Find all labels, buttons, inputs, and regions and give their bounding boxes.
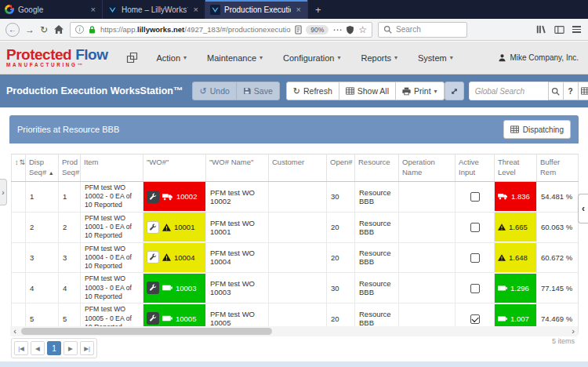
forward-button[interactable]: → [25,25,34,35]
wrench-button[interactable] [147,251,159,263]
active-input-checkbox[interactable] [470,314,480,324]
table-row[interactable]: 2 2 PFM test WO 10001 - 0 EA of 10 Repor… [12,212,579,242]
wrench-button[interactable] [147,312,159,325]
header-disp-seq[interactable]: Disp Seq# ▲ [26,154,59,182]
google-favicon [5,5,14,14]
wo-number: 10003 [176,284,196,293]
app-menu-bar: ProtectedFlow MANUFACTURING™ Action▾ Mai… [0,42,588,74]
person-icon [498,53,506,62]
active-input-checkbox[interactable] [470,284,480,293]
header-prod-seq[interactable]: Prod Seq# [59,154,81,182]
horizontal-scrollbar[interactable]: ‹ › [10,326,578,336]
scroll-right-icon[interactable]: › [568,326,578,336]
wrench-button[interactable] [147,191,159,203]
header-buffer-rem[interactable]: Buffer Rem [537,154,579,182]
close-icon[interactable]: × [192,5,200,14]
dispatching-button[interactable]: Dispatching [503,120,571,139]
pager-page-1-button[interactable]: 1 [47,341,61,355]
tab-production-execution[interactable]: Production Execution – LillyWo × [205,0,308,19]
new-tab-button[interactable]: + [308,0,328,19]
address-bar[interactable]: i https://app.lillyworks.net/4927_183/#/… [70,22,372,38]
open-cell: 20 [327,212,355,242]
active-input-cell [456,181,495,212]
help-button[interactable]: ? [563,82,579,100]
active-input-checkbox[interactable] [470,223,480,232]
pager-first-button[interactable]: |◀ [14,341,28,355]
info-icon[interactable]: i [75,25,84,34]
grid-view-button[interactable] [578,82,588,100]
menu-configuration[interactable]: Configuration▾ [273,42,350,74]
header-operation-name[interactable]: Operation Name [399,154,456,182]
sidebar-icon[interactable] [554,25,564,35]
header-active-input[interactable]: Active Input [456,154,495,182]
bottom-strip [0,362,588,367]
header-customer[interactable]: Customer [269,154,327,182]
scroll-left-icon[interactable]: ‹ [10,326,20,336]
active-input-checkbox[interactable] [470,253,480,263]
pager-last-button[interactable]: ▶| [80,341,94,355]
column-grip-icon[interactable]: ⇅ [20,158,27,166]
active-input-checkbox[interactable] [470,192,480,202]
browser-search-box[interactable]: Search [378,22,467,38]
buffer-rem-cell: 60.063 % [537,212,579,242]
caret-down-icon: ▾ [450,54,453,61]
wrench-button[interactable] [147,282,159,294]
header-item[interactable]: Item [81,154,143,182]
threat-level-cell: 1.296 [495,273,537,303]
user-menu[interactable]: Mike Company, Inc. [498,53,582,62]
global-search-button[interactable] [548,82,564,100]
page-actions-icon[interactable]: ⋯ [332,25,342,35]
wo-cell: 10001 [143,212,206,242]
global-search-input[interactable] [469,82,549,100]
menu-system[interactable]: System▾ [408,42,463,74]
table-row[interactable]: 1 1 PFM test WO 10002 - 0 EA of 10 Repor… [12,181,579,212]
header-wo[interactable]: "WO#" [143,154,206,182]
header-open[interactable]: Open# [327,154,355,182]
threat-level-cell: 1.648 [495,242,537,273]
header-threat-level[interactable]: Threat Level [495,154,537,182]
undo-icon: ↺ [199,87,206,96]
left-panel-expander[interactable]: › [0,179,7,205]
threat-value: 1.836 [511,192,530,201]
refresh-button[interactable]: ↻ Refresh [286,82,339,100]
panel-title: Priorities at Resource BBB [17,125,119,134]
zoom-level-badge[interactable]: 90% [306,25,328,35]
right-panel-expander[interactable]: ‹ [578,194,588,223]
close-icon[interactable]: × [295,5,303,14]
table-row[interactable]: 4 4 PFM test WO 10003 - 0 EA of 10 Repor… [12,273,579,303]
print-button[interactable]: Print ▾ [395,82,445,100]
threat-level-cell: 1.665 [495,212,537,242]
reader-mode-icon[interactable] [295,25,302,35]
buffer-rem-cell: 54.481 % [537,181,579,212]
table-row[interactable]: 3 3 PFM test WO 10004 - 0 EA of 10 Repor… [12,242,579,273]
undo-button[interactable]: ↺ Undo [192,82,236,100]
wo-name-cell: PFM test WO 10004 [206,242,269,273]
pager-next-button[interactable]: ▶ [64,341,78,355]
home-button[interactable] [53,24,64,35]
bookmark-star-icon[interactable]: ☆ [358,25,367,35]
show-all-button[interactable]: Show All [339,82,396,100]
reload-button[interactable]: ↻ [40,25,48,35]
shield-icon[interactable] [346,25,354,35]
header-wo-name[interactable]: "WO# Name" [206,154,269,182]
pfm-home-icon[interactable] [118,52,146,64]
expand-button[interactable] [445,82,464,100]
header-resource[interactable]: Resource [355,154,399,182]
menu-action[interactable]: Action▾ [146,42,197,74]
menu-icon[interactable] [572,26,581,33]
menu-maintenance[interactable]: Maintenance▾ [197,42,273,74]
wrench-button[interactable] [147,221,159,234]
scrollbar-thumb[interactable] [21,328,272,335]
wo-name-cell: PFM test WO 10001 [206,212,269,242]
back-button[interactable]: ← [5,23,20,37]
caret-down-icon: ▾ [337,54,340,61]
save-button[interactable]: Save [236,82,280,100]
library-icon[interactable] [535,24,546,35]
pager-prev-button[interactable]: ◀ [31,341,45,355]
close-icon[interactable]: × [89,5,97,14]
tab-home-lillyworks[interactable]: Home – LillyWorks™ × [103,0,205,19]
wo-number: 10002 [176,192,197,201]
tab-google[interactable]: Google × [0,0,103,19]
padlock-icon [88,25,96,35]
menu-reports[interactable]: Reports▾ [350,42,408,74]
